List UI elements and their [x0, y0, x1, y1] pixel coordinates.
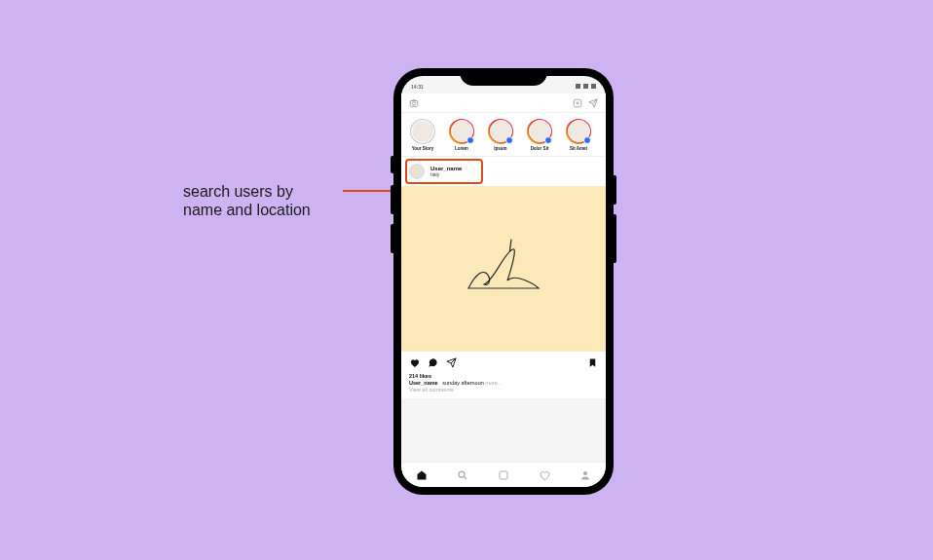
story-item[interactable]: Lorem: [444, 119, 479, 151]
story-badge-icon: [583, 136, 591, 144]
send-icon[interactable]: [588, 98, 598, 108]
svg-point-5: [583, 471, 587, 475]
search-icon[interactable]: [457, 469, 468, 481]
story-badge-icon: [505, 136, 513, 144]
post-meta: 214 likes User_name sunday afternoon mor…: [401, 373, 606, 398]
svg-rect-4: [500, 471, 507, 479]
story-label: Ipsum: [494, 146, 506, 151]
like-icon[interactable]: [409, 357, 420, 368]
story-label: Dolor Sit: [531, 146, 549, 151]
story-label: Lorem: [455, 146, 468, 151]
phone-screen: 14:31 Your StoryLoremIpsumDolor SitSit A…: [401, 76, 606, 487]
phone-side-button: [391, 156, 393, 173]
post-scribble-drawing: [455, 230, 552, 308]
story-badge-icon: [544, 136, 552, 144]
svg-point-3: [459, 471, 465, 477]
story-item[interactable]: Dolor Sit: [522, 119, 557, 151]
svg-point-1: [412, 101, 415, 104]
app-header: [401, 93, 606, 113]
signal-icon: [576, 84, 580, 89]
post-actions: [401, 352, 606, 373]
camera-icon[interactable]: [409, 98, 419, 108]
activity-icon[interactable]: [539, 469, 550, 481]
profile-icon[interactable]: [579, 469, 591, 481]
callout-text: search users by name and location: [183, 182, 311, 219]
story-badge-icon: [466, 136, 474, 144]
view-all-comments[interactable]: View all comments: [409, 387, 598, 392]
story-label: Your Story: [412, 146, 434, 151]
battery-icon: [591, 84, 596, 89]
post-location[interactable]: Italy: [430, 171, 462, 177]
phone-side-button: [391, 185, 393, 214]
story-avatar: [411, 120, 434, 143]
post-author-avatar[interactable]: [409, 164, 425, 179]
comment-icon[interactable]: [428, 357, 438, 368]
phone-side-button: [614, 214, 616, 263]
status-time: 14:31: [411, 84, 424, 90]
story-item[interactable]: Ipsum: [483, 119, 518, 151]
stories-row[interactable]: Your StoryLoremIpsumDolor SitSit Amet: [401, 113, 606, 157]
story-label: Sit Amet: [570, 146, 587, 151]
story-avatar-ring: [410, 119, 435, 144]
post-image[interactable]: [401, 186, 606, 352]
share-icon[interactable]: [446, 357, 457, 368]
reels-icon[interactable]: [498, 469, 509, 481]
phone-frame: 14:31 Your StoryLoremIpsumDolor SitSit A…: [393, 68, 614, 495]
post-caption: User_name sunday afternoon more...: [409, 380, 598, 386]
story-item[interactable]: Your Story: [405, 119, 440, 151]
caption-more[interactable]: more...: [485, 380, 502, 386]
post-header[interactable]: User_name Italy: [401, 157, 606, 186]
story-item[interactable]: Sit Amet: [561, 119, 596, 151]
bottom-nav: [401, 462, 606, 487]
wifi-icon: [583, 84, 588, 89]
phone-side-button: [614, 175, 616, 205]
home-icon[interactable]: [416, 469, 428, 481]
phone-side-button: [391, 224, 393, 253]
caption-text: sunday afternoon: [442, 380, 484, 386]
phone-notch: [460, 68, 547, 86]
post-likes[interactable]: 214 likes: [409, 373, 598, 379]
bookmark-icon[interactable]: [587, 357, 598, 368]
add-post-icon[interactable]: [573, 98, 582, 108]
caption-username[interactable]: User_name: [409, 380, 438, 386]
